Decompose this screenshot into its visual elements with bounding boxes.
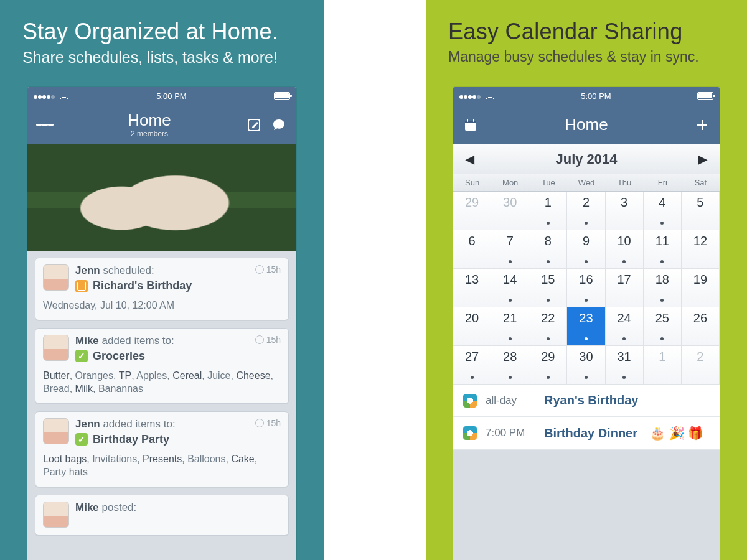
status-bar: 5:00 PM <box>27 87 296 105</box>
chat-icon[interactable] <box>270 116 288 134</box>
status-time: 5:00 PM <box>156 91 186 101</box>
promo-title: Stay Organized at Home. <box>22 19 301 45</box>
day-cell[interactable]: 7 <box>491 230 529 269</box>
nav-title[interactable]: Home <box>565 116 608 134</box>
day-cell[interactable]: 30 <box>491 192 529 230</box>
day-number: 13 <box>465 273 479 287</box>
feed-card[interactable]: 15hJenn scheduled:Richard's BirthdayWedn… <box>35 258 289 320</box>
month-label[interactable]: July 2014 <box>555 151 617 167</box>
activity-feed[interactable]: 15hJenn scheduled:Richard's BirthdayWedn… <box>27 251 296 542</box>
nav-title[interactable]: Home 2 members <box>128 111 171 139</box>
day-cell[interactable]: 1 <box>644 346 682 385</box>
battery-icon <box>274 92 290 100</box>
event-dot-icon <box>585 299 588 302</box>
day-number: 16 <box>579 273 593 287</box>
card-title: Groceries <box>93 350 145 363</box>
day-cell[interactable]: 19 <box>682 269 720 307</box>
day-number: 27 <box>465 350 479 364</box>
day-cell[interactable]: 11 <box>644 230 682 269</box>
day-number: 31 <box>618 350 631 364</box>
next-month-icon[interactable]: ▶ <box>693 149 712 170</box>
event-row[interactable]: 7:00 PMBirthday Dinner🎂 🎉 🎁 <box>453 417 720 450</box>
weekday-label: Sat <box>682 174 720 191</box>
day-cell[interactable]: 28 <box>491 346 529 385</box>
day-number: 1 <box>545 195 552 210</box>
day-cell[interactable]: 2 <box>567 192 605 230</box>
day-cell[interactable]: 30 <box>567 346 605 385</box>
checklist-badge-icon <box>75 350 88 362</box>
add-icon[interactable] <box>693 116 711 134</box>
day-cell[interactable]: 21 <box>491 307 529 346</box>
feed-card[interactable]: 15hMike added items to:GroceriesButter, … <box>35 328 289 404</box>
event-row[interactable]: all-dayRyan's Birthday <box>453 385 720 417</box>
phone-mock-home: 5:00 PM Home 2 members 15hJenn scheduled… <box>27 87 296 560</box>
promo-title: Easy Calendar Sharing <box>448 19 725 45</box>
event-dot-icon <box>509 299 512 302</box>
event-time: 7:00 PM <box>486 427 535 439</box>
panel-gap <box>324 0 426 560</box>
avatar <box>43 264 69 291</box>
day-cell[interactable]: 6 <box>453 230 491 269</box>
promo-subtitle: Share schedules, lists, tasks & more! <box>22 49 301 67</box>
day-cell[interactable]: 10 <box>606 230 644 269</box>
card-body: Loot bags, Invitations, Presents, Balloo… <box>43 452 281 479</box>
day-cell[interactable]: 18 <box>644 269 682 307</box>
day-cell[interactable]: 17 <box>606 269 644 307</box>
event-dot-icon <box>547 299 550 302</box>
event-dot-icon <box>509 260 512 263</box>
day-number: 25 <box>655 311 669 325</box>
day-cell[interactable]: 3 <box>606 192 644 230</box>
event-dot-icon <box>622 260 626 263</box>
day-cell[interactable]: 13 <box>453 269 491 307</box>
event-dot-icon <box>660 299 664 302</box>
day-cell[interactable]: 14 <box>491 269 529 307</box>
day-number: 30 <box>579 350 593 364</box>
menu-icon[interactable] <box>36 116 54 134</box>
event-dot-icon <box>585 337 588 340</box>
day-cell[interactable]: 1 <box>529 192 567 230</box>
prev-month-icon[interactable]: ◀ <box>461 149 479 170</box>
day-cell[interactable]: 22 <box>529 307 567 346</box>
event-dot-icon <box>585 222 588 225</box>
day-cell[interactable]: 15 <box>529 269 567 307</box>
day-cell[interactable]: 9 <box>567 230 605 269</box>
day-cell[interactable]: 23 <box>567 307 605 346</box>
day-number: 11 <box>655 234 669 248</box>
event-source-icon <box>463 394 477 408</box>
day-cell[interactable]: 29 <box>529 346 567 385</box>
calendar-icon[interactable] <box>462 116 479 134</box>
card-headline: Mike added items to: <box>75 335 281 347</box>
feed-card[interactable]: Mike posted: <box>35 495 289 536</box>
day-cell[interactable]: 8 <box>529 230 567 269</box>
event-dot-icon <box>547 222 550 225</box>
event-dot-icon <box>585 376 588 379</box>
day-cell[interactable]: 24 <box>606 307 644 346</box>
day-number: 12 <box>693 234 707 248</box>
day-number: 21 <box>503 311 517 325</box>
day-cell[interactable]: 5 <box>682 192 720 230</box>
day-cell[interactable]: 2 <box>682 346 720 385</box>
day-cell[interactable]: 27 <box>453 346 491 385</box>
day-number: 29 <box>541 350 555 364</box>
day-cell[interactable]: 31 <box>606 346 644 385</box>
signal-icon <box>459 91 481 101</box>
day-cell[interactable]: 16 <box>567 269 605 307</box>
feed-card[interactable]: 15hJenn added items to:Birthday PartyLoo… <box>35 411 289 487</box>
day-cell[interactable]: 12 <box>682 230 720 269</box>
day-cell[interactable]: 25 <box>644 307 682 346</box>
svg-rect-3 <box>467 119 468 122</box>
day-cell[interactable]: 29 <box>453 192 491 230</box>
day-number: 3 <box>621 195 627 210</box>
avatar <box>43 502 69 528</box>
compose-icon[interactable] <box>245 116 263 134</box>
day-number: 19 <box>693 273 707 287</box>
weekday-label: Mon <box>491 174 529 191</box>
card-timestamp: 15h <box>255 264 281 274</box>
event-dot-icon <box>547 260 550 263</box>
day-cell[interactable]: 20 <box>453 307 491 346</box>
event-dot-icon <box>547 337 550 340</box>
day-cell[interactable]: 26 <box>682 307 720 346</box>
day-number: 4 <box>659 195 665 210</box>
day-cell[interactable]: 4 <box>644 192 682 230</box>
card-timestamp: 15h <box>255 418 281 428</box>
